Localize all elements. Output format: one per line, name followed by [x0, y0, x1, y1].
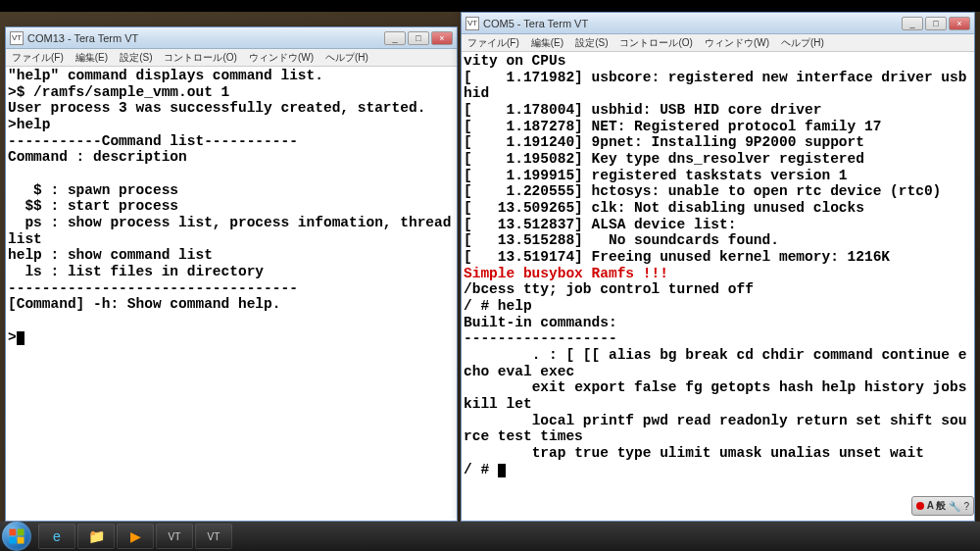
taskbar-media-icon[interactable]: ▶ [117, 524, 154, 549]
ime-mode-label: A 般 [927, 499, 947, 513]
window-controls: _ □ × [384, 31, 453, 45]
terminal-window-com13: VT COM13 - Tera Term VT _ □ × ファイル(F) 編集… [5, 26, 458, 522]
maximize-button[interactable]: □ [925, 17, 947, 30]
close-button[interactable]: × [431, 31, 453, 45]
maximize-button[interactable]: □ [408, 31, 429, 45]
ime-record-icon [916, 502, 924, 510]
titlebar[interactable]: VT COM5 - Tera Term VT _ □ × [462, 13, 974, 34]
menu-edit[interactable]: 編集(E) [72, 50, 112, 66]
monitor-bezel [0, 0, 980, 12]
terminal-output[interactable]: vity on CPUs [ 1.171982] usbcore: regist… [462, 52, 974, 521]
terminal-window-com5: VT COM5 - Tera Term VT _ □ × ファイル(F) 編集(… [461, 12, 975, 522]
window-title: COM5 - Tera Term VT [483, 18, 588, 29]
ime-extra-icon: 🔧 [949, 501, 960, 512]
minimize-button[interactable]: _ [384, 31, 406, 45]
start-button[interactable] [2, 522, 31, 551]
window-controls: _ □ × [902, 17, 970, 30]
menu-edit[interactable]: 編集(E) [527, 35, 567, 51]
svg-rect-1 [18, 529, 24, 536]
menu-setup[interactable]: 設定(S) [116, 50, 156, 66]
menu-control[interactable]: コントロール(O) [160, 50, 240, 66]
menu-window[interactable]: ウィンドウ(W) [245, 50, 318, 66]
menu-file[interactable]: ファイル(F) [464, 35, 523, 51]
terminal-output[interactable]: "help" command displays command list. >$… [6, 67, 457, 521]
app-icon: VT [10, 31, 24, 45]
window-title: COM13 - Tera Term VT [27, 32, 138, 44]
app-icon: VT [466, 17, 479, 30]
taskbar-ie-icon[interactable]: e [38, 524, 75, 549]
taskbar-explorer-icon[interactable]: 📁 [77, 524, 115, 549]
ime-help-icon: ? [963, 501, 969, 512]
svg-rect-2 [10, 537, 17, 544]
taskbar: e 📁 ▶ VT VT [0, 522, 980, 551]
menu-setup[interactable]: 設定(S) [571, 35, 612, 51]
taskbar-teraterm-2[interactable]: VT [195, 524, 232, 549]
svg-rect-0 [10, 529, 17, 536]
menu-help[interactable]: ヘルプ(H) [777, 35, 828, 51]
menubar: ファイル(F) 編集(E) 設定(S) コントロール(O) ウィンドウ(W) ヘ… [6, 49, 457, 67]
menu-help[interactable]: ヘルプ(H) [321, 50, 372, 66]
svg-rect-3 [18, 537, 24, 544]
menu-control[interactable]: コントロール(O) [615, 35, 696, 51]
ime-toolbar[interactable]: A 般 🔧 ? [911, 496, 974, 516]
windows-logo-icon [8, 527, 25, 545]
titlebar[interactable]: VT COM13 - Tera Term VT _ □ × [6, 27, 457, 49]
close-button[interactable]: × [949, 17, 970, 30]
menubar: ファイル(F) 編集(E) 設定(S) コントロール(O) ウィンドウ(W) ヘ… [462, 34, 974, 52]
minimize-button[interactable]: _ [902, 17, 923, 30]
menu-file[interactable]: ファイル(F) [8, 50, 68, 66]
taskbar-teraterm-1[interactable]: VT [156, 524, 193, 549]
menu-window[interactable]: ウィンドウ(W) [701, 35, 773, 51]
